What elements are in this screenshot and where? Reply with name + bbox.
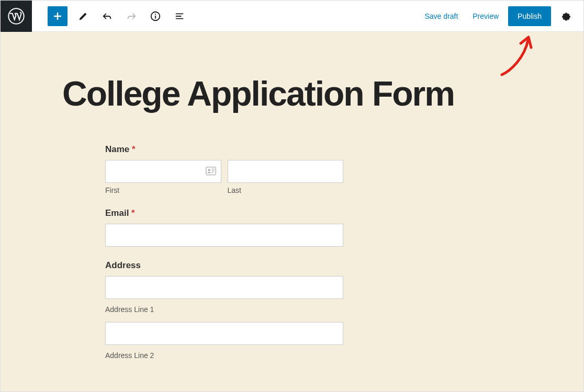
outline-button[interactable] <box>168 5 191 28</box>
plus-icon <box>51 10 64 22</box>
required-mark: * <box>131 208 135 218</box>
name-label-text: Name <box>105 144 129 154</box>
editor-toolbar: Save draft Preview Publish <box>1 1 583 32</box>
info-icon <box>150 10 161 22</box>
wordpress-logo[interactable] <box>1 1 32 32</box>
list-icon <box>174 10 185 22</box>
svg-point-0 <box>8 8 24 24</box>
edit-tool-button[interactable] <box>72 5 95 28</box>
publish-button[interactable]: Publish <box>508 6 551 26</box>
save-draft-button[interactable]: Save draft <box>417 8 465 25</box>
undo-button[interactable] <box>96 5 119 28</box>
pencil-icon <box>77 10 89 22</box>
preview-button[interactable]: Preview <box>465 8 506 25</box>
svg-point-2 <box>155 14 156 15</box>
name-label: Name * <box>105 144 343 155</box>
email-input[interactable] <box>105 224 343 247</box>
email-label: Email * <box>105 208 343 218</box>
address-line2-input[interactable] <box>105 322 343 345</box>
address-label: Address <box>105 260 343 271</box>
settings-button[interactable] <box>554 5 577 28</box>
name-field-group: Name * First <box>105 144 343 194</box>
first-name-sublabel: First <box>105 186 221 194</box>
svg-point-4 <box>208 169 210 171</box>
page-title[interactable]: College Application Form <box>1 32 583 113</box>
first-name-input[interactable] <box>105 160 221 183</box>
redo-icon <box>126 10 137 22</box>
undo-icon <box>102 10 113 22</box>
email-label-text: Email <box>105 208 129 218</box>
last-name-input[interactable] <box>228 160 344 183</box>
address-field-group: Address Address Line 1 Address Line 2 <box>105 260 343 360</box>
required-mark: * <box>132 144 136 154</box>
email-field-group: Email * <box>105 208 343 247</box>
redo-button[interactable] <box>120 5 143 28</box>
wordpress-icon <box>8 8 25 25</box>
address-line1-sublabel: Address Line 1 <box>105 305 343 314</box>
gear-icon <box>559 10 572 22</box>
form-block: Name * First <box>105 144 343 360</box>
last-name-sublabel: Last <box>228 186 344 194</box>
address-line1-input[interactable] <box>105 276 343 299</box>
id-card-icon <box>206 166 216 178</box>
info-button[interactable] <box>144 5 167 28</box>
address-line2-sublabel: Address Line 2 <box>105 351 343 360</box>
add-block-button[interactable] <box>48 6 68 26</box>
editor-canvas: College Application Form Name * <box>1 32 583 391</box>
